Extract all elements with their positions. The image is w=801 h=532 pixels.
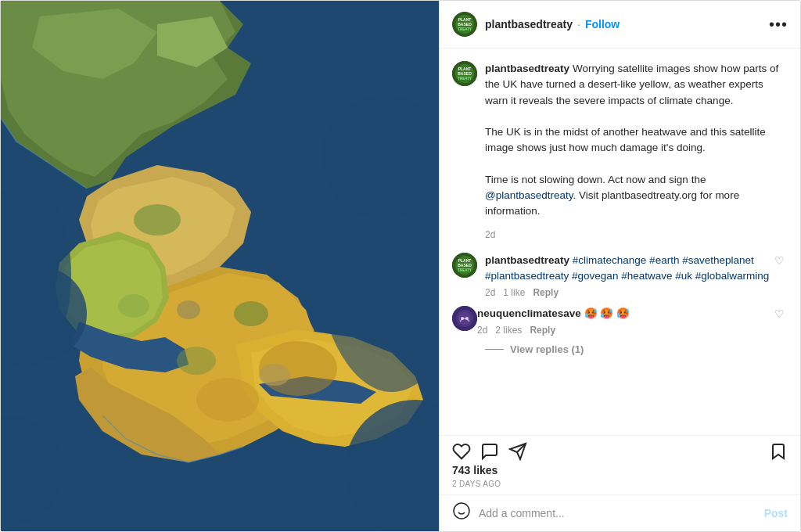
comment2-meta: 2d 2 likes Reply — [477, 325, 771, 336]
header-dot: · — [577, 18, 580, 31]
svg-point-9 — [259, 364, 290, 386]
post-image — [1, 1, 439, 532]
comment-icon[interactable] — [480, 442, 499, 461]
comment2-emojis: 🥵 🥵 🥵 — [584, 307, 630, 319]
comment2-reply-button[interactable]: Reply — [530, 325, 555, 336]
add-comment-bar: Post — [440, 494, 800, 531]
view-replies-line — [485, 349, 504, 350]
comment1-timestamp: 2d — [485, 287, 495, 298]
comment2-heart-icon[interactable]: ♡ — [771, 306, 788, 322]
comment2-text: neuquenclimatesave 🥵 🥵 🥵 — [477, 306, 771, 322]
comment1-username[interactable]: plantbasedtreaty — [485, 254, 569, 266]
caption-mention[interactable]: @plantbasedtreaty — [485, 189, 573, 201]
svg-point-8 — [177, 300, 200, 319]
post-actions-bar — [440, 435, 800, 464]
svg-text:TREATY: TREATY — [458, 77, 472, 81]
svg-point-2 — [134, 204, 181, 235]
view-replies-button[interactable]: View replies (1) — [485, 343, 788, 355]
comment1-avatar: PLANT BASED TREATY — [452, 253, 477, 278]
svg-point-35 — [465, 317, 469, 320]
svg-text:BASED: BASED — [458, 71, 472, 76]
comment2-username[interactable]: neuquenclimatesave — [477, 307, 581, 319]
caption-text-3-pre: Time is not slowing down. Act now and si… — [485, 174, 706, 185]
comment1-heart-icon[interactable]: ♡ — [771, 253, 788, 268]
svg-point-4 — [177, 347, 216, 375]
comment1-logo-icon: PLANT BASED TREATY — [452, 253, 477, 278]
comment-input[interactable] — [479, 507, 756, 519]
comment-block-2: neuquenclimatesave 🥵 🥵 🥵 2d 2 likes Repl… — [452, 306, 788, 336]
post-date: 2 DAYS AGO — [440, 480, 800, 488]
view-replies-text: View replies (1) — [510, 343, 584, 355]
like-icon[interactable] — [452, 442, 471, 461]
post-header: PLANT BASED TREATY plantbasedtreaty · Fo… — [440, 1, 800, 49]
comment1-likes: 1 like — [503, 287, 525, 298]
comment2-body: neuquenclimatesave 🥵 🥵 🥵 2d 2 likes Repl… — [477, 306, 771, 336]
emoji-button[interactable] — [452, 501, 471, 525]
svg-point-3 — [118, 294, 149, 318]
caption-block: PLANT BASED TREATY plantbasedtreatyWorry… — [452, 61, 788, 220]
comment1-reply-button[interactable]: Reply — [533, 287, 559, 298]
svg-point-5 — [234, 301, 268, 326]
svg-text:BASED: BASED — [458, 22, 472, 27]
satellite-map-svg — [1, 1, 439, 532]
share-icon[interactable] — [508, 442, 527, 461]
svg-point-38 — [454, 503, 469, 519]
caption-text: plantbasedtreatyWorrying satellite image… — [485, 61, 788, 220]
post-container: PLANT BASED TREATY plantbasedtreaty · Fo… — [0, 0, 801, 532]
likes-count: 743 likes — [440, 464, 800, 476]
comment1-meta: 2d 1 like Reply — [485, 287, 771, 298]
caption-username[interactable]: plantbasedtreaty — [485, 63, 569, 74]
header-avatar: PLANT BASED TREATY — [452, 12, 477, 37]
comment2-likes: 2 likes — [495, 325, 522, 336]
follow-button[interactable]: Follow — [585, 18, 620, 31]
svg-text:TREATY: TREATY — [458, 268, 472, 272]
svg-text:TREATY: TREATY — [458, 27, 472, 31]
post-right-panel: PLANT BASED TREATY plantbasedtreaty · Fo… — [439, 1, 800, 531]
post-comment-button[interactable]: Post — [764, 507, 788, 519]
post-content-area: PLANT BASED TREATY plantbasedtreatyWorry… — [440, 49, 800, 435]
caption-timestamp: 2d — [485, 229, 788, 240]
comment-block-1: PLANT BASED TREATY plantbasedtreaty #cli… — [452, 253, 788, 299]
comment1-body: plantbasedtreaty #climatechange #earth #… — [485, 253, 771, 299]
comment2-timestamp: 2d — [477, 325, 487, 336]
comment2-avatar-icon — [452, 306, 477, 331]
comment1-text: plantbasedtreaty #climatechange #earth #… — [485, 253, 771, 285]
caption-logo-icon: PLANT BASED TREATY — [452, 61, 477, 86]
comment2-avatar — [452, 306, 477, 331]
more-options-icon[interactable]: ••• — [769, 16, 788, 34]
bookmark-icon[interactable] — [769, 442, 788, 461]
caption-avatar: PLANT BASED TREATY — [452, 61, 477, 86]
svg-point-7 — [196, 378, 259, 422]
svg-point-34 — [461, 317, 464, 320]
header-username[interactable]: plantbasedtreaty — [485, 18, 573, 31]
account-logo-icon: PLANT BASED TREATY — [452, 12, 477, 37]
caption-text-2: The UK is in the midst of another heatwa… — [485, 126, 766, 153]
svg-text:BASED: BASED — [458, 263, 472, 268]
